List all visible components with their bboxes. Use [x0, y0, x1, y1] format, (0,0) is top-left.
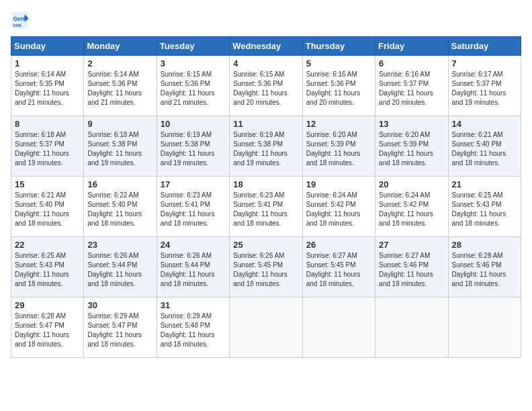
day-number: 3 — [161, 58, 226, 68]
day-info: Sunrise: 6:21 AMSunset: 5:40 PMDaylight:… — [452, 130, 517, 168]
day-info: Sunrise: 6:28 AMSunset: 5:46 PMDaylight:… — [452, 251, 517, 289]
day-number: 16 — [87, 179, 152, 189]
calendar-cell: 11Sunrise: 6:19 AMSunset: 5:38 PMDayligh… — [230, 116, 302, 177]
day-info: Sunrise: 6:15 AMSunset: 5:36 PMDaylight:… — [233, 70, 298, 107]
calendar-cell: 19Sunrise: 6:24 AMSunset: 5:42 PMDayligh… — [302, 177, 375, 237]
calendar-cell: 21Sunrise: 6:25 AMSunset: 5:43 PMDayligh… — [448, 177, 521, 237]
weekday-header-saturday: Saturday — [448, 37, 521, 56]
calendar-cell: 9Sunrise: 6:18 AMSunset: 5:38 PMDaylight… — [84, 116, 157, 177]
day-info: Sunrise: 6:18 AMSunset: 5:37 PMDaylight:… — [15, 130, 80, 168]
day-info: Sunrise: 6:25 AMSunset: 5:43 PMDaylight:… — [452, 191, 517, 228]
day-number: 22 — [15, 240, 80, 250]
day-info: Sunrise: 6:20 AMSunset: 5:39 PMDaylight:… — [379, 130, 444, 168]
calendar-cell — [448, 298, 521, 358]
calendar-cell: 30Sunrise: 6:29 AMSunset: 5:47 PMDayligh… — [84, 298, 157, 358]
day-number: 24 — [161, 240, 226, 250]
day-info: Sunrise: 6:18 AMSunset: 5:38 PMDaylight:… — [87, 130, 152, 168]
day-info: Sunrise: 6:16 AMSunset: 5:36 PMDaylight:… — [306, 70, 371, 107]
day-number: 27 — [379, 240, 444, 250]
calendar-cell: 14Sunrise: 6:21 AMSunset: 5:40 PMDayligh… — [448, 116, 521, 177]
day-info: Sunrise: 6:14 AMSunset: 5:36 PMDaylight:… — [87, 70, 152, 107]
day-number: 19 — [306, 179, 371, 189]
day-info: Sunrise: 6:23 AMSunset: 5:41 PMDaylight:… — [233, 191, 298, 228]
calendar-cell: 26Sunrise: 6:27 AMSunset: 5:45 PMDayligh… — [302, 237, 375, 298]
calendar-cell: 15Sunrise: 6:21 AMSunset: 5:40 PMDayligh… — [11, 177, 84, 237]
weekday-header-wednesday: Wednesday — [230, 37, 302, 56]
day-number: 5 — [306, 58, 371, 68]
calendar-cell: 28Sunrise: 6:28 AMSunset: 5:46 PMDayligh… — [448, 237, 521, 298]
day-info: Sunrise: 6:29 AMSunset: 5:48 PMDaylight:… — [161, 312, 226, 349]
calendar-cell: 29Sunrise: 6:28 AMSunset: 5:47 PMDayligh… — [11, 298, 84, 358]
weekday-header-sunday: Sunday — [11, 37, 84, 56]
day-info: Sunrise: 6:25 AMSunset: 5:43 PMDaylight:… — [15, 251, 80, 289]
calendar-cell: 31Sunrise: 6:29 AMSunset: 5:48 PMDayligh… — [157, 298, 229, 358]
day-info: Sunrise: 6:27 AMSunset: 5:46 PMDaylight:… — [379, 251, 444, 289]
day-info: Sunrise: 6:27 AMSunset: 5:45 PMDaylight:… — [306, 251, 371, 289]
day-info: Sunrise: 6:26 AMSunset: 5:44 PMDaylight:… — [161, 251, 226, 289]
day-info: Sunrise: 6:17 AMSunset: 5:37 PMDaylight:… — [452, 70, 517, 107]
weekday-header-thursday: Thursday — [302, 37, 375, 56]
calendar-cell: 6Sunrise: 6:16 AMSunset: 5:37 PMDaylight… — [375, 56, 448, 116]
calendar-cell: 25Sunrise: 6:26 AMSunset: 5:45 PMDayligh… — [230, 237, 302, 298]
day-number: 23 — [87, 240, 152, 250]
day-info: Sunrise: 6:14 AMSunset: 5:35 PMDaylight:… — [15, 70, 80, 107]
day-info: Sunrise: 6:19 AMSunset: 5:38 PMDaylight:… — [233, 130, 298, 168]
day-info: Sunrise: 6:21 AMSunset: 5:40 PMDaylight:… — [15, 191, 80, 228]
day-number: 4 — [233, 58, 298, 68]
day-number: 26 — [306, 240, 371, 250]
calendar-cell: 3Sunrise: 6:15 AMSunset: 5:36 PMDaylight… — [157, 56, 229, 116]
calendar-cell: 1Sunrise: 6:14 AMSunset: 5:35 PMDaylight… — [11, 56, 84, 116]
calendar-cell: 23Sunrise: 6:26 AMSunset: 5:44 PMDayligh… — [84, 237, 157, 298]
day-info: Sunrise: 6:24 AMSunset: 5:42 PMDaylight:… — [379, 191, 444, 228]
day-info: Sunrise: 6:22 AMSunset: 5:40 PMDaylight:… — [87, 191, 152, 228]
day-number: 12 — [306, 119, 371, 129]
calendar-cell — [230, 298, 302, 358]
logo-icon: Gen eral — [11, 11, 30, 30]
day-info: Sunrise: 6:24 AMSunset: 5:42 PMDaylight:… — [306, 191, 371, 228]
day-number: 31 — [161, 300, 226, 310]
calendar-week-row: 29Sunrise: 6:28 AMSunset: 5:47 PMDayligh… — [11, 298, 521, 358]
svg-text:Gen: Gen — [13, 15, 24, 22]
calendar-week-row: 1Sunrise: 6:14 AMSunset: 5:35 PMDaylight… — [11, 56, 521, 116]
calendar-cell: 5Sunrise: 6:16 AMSunset: 5:36 PMDaylight… — [302, 56, 375, 116]
day-info: Sunrise: 6:29 AMSunset: 5:47 PMDaylight:… — [87, 312, 152, 349]
day-number: 11 — [233, 119, 298, 129]
calendar-cell: 24Sunrise: 6:26 AMSunset: 5:44 PMDayligh… — [157, 237, 229, 298]
page-header: Gen eral — [11, 11, 521, 30]
calendar-cell: 18Sunrise: 6:23 AMSunset: 5:41 PMDayligh… — [230, 177, 302, 237]
day-number: 1 — [15, 58, 80, 68]
logo: Gen eral — [11, 11, 32, 30]
day-info: Sunrise: 6:16 AMSunset: 5:37 PMDaylight:… — [379, 70, 444, 107]
day-number: 13 — [379, 119, 444, 129]
weekday-header-tuesday: Tuesday — [157, 37, 229, 56]
day-number: 6 — [379, 58, 444, 68]
day-info: Sunrise: 6:15 AMSunset: 5:36 PMDaylight:… — [161, 70, 226, 107]
day-number: 10 — [161, 119, 226, 129]
day-info: Sunrise: 6:19 AMSunset: 5:38 PMDaylight:… — [161, 130, 226, 168]
calendar-cell — [302, 298, 375, 358]
day-number: 25 — [233, 240, 298, 250]
calendar-cell: 22Sunrise: 6:25 AMSunset: 5:43 PMDayligh… — [11, 237, 84, 298]
calendar-cell: 7Sunrise: 6:17 AMSunset: 5:37 PMDaylight… — [448, 56, 521, 116]
calendar-cell: 27Sunrise: 6:27 AMSunset: 5:46 PMDayligh… — [375, 237, 448, 298]
day-number: 28 — [452, 240, 517, 250]
calendar-cell: 12Sunrise: 6:20 AMSunset: 5:39 PMDayligh… — [302, 116, 375, 177]
calendar-cell: 13Sunrise: 6:20 AMSunset: 5:39 PMDayligh… — [375, 116, 448, 177]
day-number: 21 — [452, 179, 517, 189]
day-info: Sunrise: 6:26 AMSunset: 5:44 PMDaylight:… — [87, 251, 152, 289]
calendar-cell: 2Sunrise: 6:14 AMSunset: 5:36 PMDaylight… — [84, 56, 157, 116]
day-number: 9 — [87, 119, 152, 129]
day-number: 29 — [15, 300, 80, 310]
day-number: 8 — [15, 119, 80, 129]
calendar-cell: 4Sunrise: 6:15 AMSunset: 5:36 PMDaylight… — [230, 56, 302, 116]
calendar-cell: 20Sunrise: 6:24 AMSunset: 5:42 PMDayligh… — [375, 177, 448, 237]
day-number: 15 — [15, 179, 80, 189]
calendar-cell: 16Sunrise: 6:22 AMSunset: 5:40 PMDayligh… — [84, 177, 157, 237]
day-info: Sunrise: 6:20 AMSunset: 5:39 PMDaylight:… — [306, 130, 371, 168]
calendar-cell: 8Sunrise: 6:18 AMSunset: 5:37 PMDaylight… — [11, 116, 84, 177]
day-number: 20 — [379, 179, 444, 189]
calendar-table: SundayMondayTuesdayWednesdayThursdayFrid… — [11, 36, 521, 358]
day-number: 14 — [452, 119, 517, 129]
day-number: 18 — [233, 179, 298, 189]
weekday-header-friday: Friday — [375, 37, 448, 56]
